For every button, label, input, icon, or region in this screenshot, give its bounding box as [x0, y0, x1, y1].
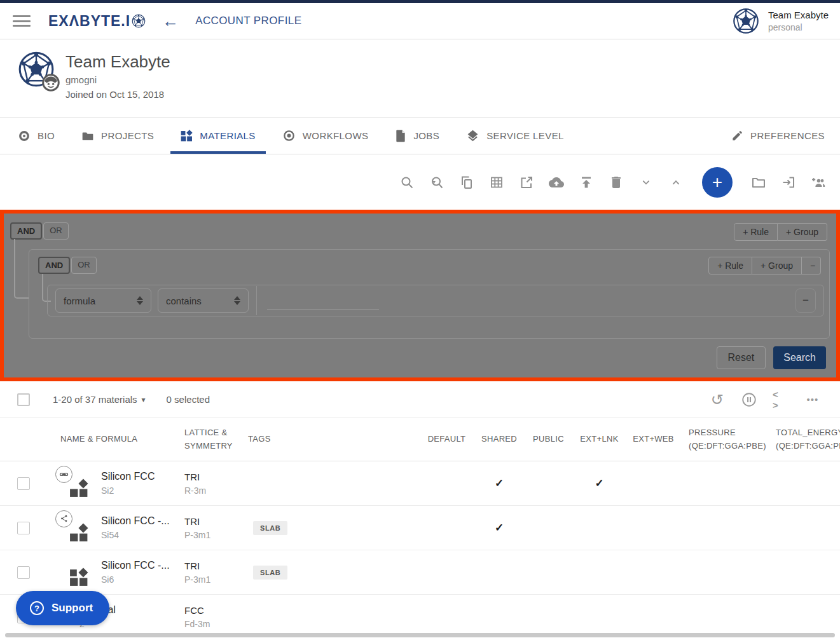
outer-or-button[interactable]: OR	[43, 222, 69, 240]
outer-add-rule-button[interactable]: + Rule	[734, 223, 778, 241]
column-name-formula[interactable]: NAME & FORMULA	[54, 433, 184, 445]
column-lattice-symmetry[interactable]: LATTICE & SYMMETRY	[184, 426, 248, 452]
bio-icon	[18, 130, 31, 142]
pagination-range[interactable]: 1-20 of 37 materials	[53, 394, 137, 405]
page-title: ACCOUNT PROFILE	[195, 15, 301, 27]
materials-icon	[181, 130, 193, 142]
tab-service-level[interactable]: SERVICE LEVEL	[456, 118, 574, 154]
workflows-icon	[282, 129, 296, 142]
outer-and-button[interactable]: AND	[10, 222, 42, 240]
account-profile-page: EXΛBYTE.I ← ACCOUNT PROFILE Team Exabyte…	[0, 0, 840, 638]
back-arrow-icon[interactable]: ←	[162, 13, 179, 29]
row-checkbox[interactable]	[17, 566, 30, 579]
inner-add-rule-button[interactable]: + Rule	[708, 257, 752, 275]
column-ext-lnk[interactable]: EXT+LNK	[572, 433, 626, 445]
profile-name: Team Exabyte	[65, 52, 170, 72]
more-options-icon[interactable]: •••	[804, 391, 821, 408]
shared-check-icon: ✓	[474, 521, 525, 534]
lattice-type: FCC	[184, 605, 248, 616]
user-avatar	[733, 8, 759, 34]
column-public[interactable]: PUBLIC	[525, 433, 572, 445]
refresh-icon[interactable]: ↺	[709, 391, 726, 408]
saved-search-icon[interactable]	[429, 175, 444, 190]
help-icon: ?	[30, 601, 44, 615]
row-checkbox[interactable]	[17, 522, 30, 534]
select-arrows-icon	[234, 296, 240, 305]
outer-add-group-button[interactable]: + Group	[778, 223, 827, 241]
reset-button[interactable]: Reset	[717, 346, 766, 369]
table-row[interactable]: Material 2 FCC Fd-3m	[0, 595, 840, 638]
profile-joined-date: Joined on Oct 15, 2018	[65, 89, 164, 100]
tab-bio[interactable]: BIO	[8, 118, 65, 154]
select-all-checkbox[interactable]	[17, 393, 30, 406]
share-badge-icon	[55, 510, 72, 527]
user-menu[interactable]: Team Exabyte personal	[733, 8, 829, 34]
tab-workflows[interactable]: WORKFLOWS	[272, 118, 379, 154]
search-button[interactable]: Search	[773, 346, 826, 369]
share-with-team-icon[interactable]	[811, 175, 826, 190]
support-button[interactable]: ? Support	[16, 591, 109, 625]
inner-and-button[interactable]: AND	[38, 257, 70, 274]
rule-value-input[interactable]	[267, 291, 379, 310]
open-in-new-icon[interactable]	[519, 175, 534, 190]
remove-group-button[interactable]: −	[802, 257, 821, 275]
import-icon[interactable]	[781, 175, 796, 190]
search-icon[interactable]	[399, 175, 415, 190]
tab-jobs[interactable]: JOBS	[385, 118, 450, 154]
shared-check-icon: ✓	[474, 477, 525, 490]
material-icon	[60, 514, 88, 542]
row-checkbox[interactable]	[17, 477, 30, 490]
table-row[interactable]: Silicon FCC Si2 TRI R-3m ✓ ✓	[0, 461, 840, 506]
column-default[interactable]: DEFAULT	[420, 433, 474, 445]
code-view-icon[interactable]: < >	[773, 391, 789, 408]
inner-add-group-button[interactable]: + Group	[752, 257, 802, 275]
add-material-button[interactable]: +	[702, 167, 733, 198]
menu-icon[interactable]	[13, 15, 31, 27]
inner-or-button[interactable]: OR	[71, 257, 97, 274]
column-ext-web[interactable]: EXT+WEB	[626, 433, 680, 445]
chevron-up-icon[interactable]	[668, 175, 684, 190]
tab-materials[interactable]: MATERIALS	[170, 118, 266, 154]
column-total-energy[interactable]: TOTAL_ENERGY (QE:DFT:GGA:PE	[769, 426, 840, 452]
tab-projects[interactable]: PROJECTS	[71, 118, 164, 154]
pagination-caret-icon[interactable]: ▾	[142, 395, 146, 404]
select-arrows-icon	[137, 296, 143, 305]
tag-badge: SLAB	[253, 521, 287, 535]
cloud-upload-icon[interactable]	[549, 175, 564, 190]
link-badge-icon	[55, 466, 72, 483]
window-top-strip	[0, 0, 840, 3]
folder-move-icon[interactable]	[751, 175, 766, 190]
lattice-type: TRI	[184, 516, 248, 527]
material-formula: Si6	[101, 574, 170, 585]
profile-face-badge-icon	[42, 74, 60, 92]
tab-preferences[interactable]: PREFERENCES	[721, 118, 835, 154]
outer-group-actions: + Rule + Group	[734, 223, 827, 241]
horizontal-scrollbar[interactable]	[5, 633, 835, 637]
column-pressure[interactable]: PRESSURE (QE:DFT:GGA:PBE)	[680, 426, 769, 452]
table-view-icon[interactable]	[489, 175, 504, 190]
delete-icon[interactable]	[609, 175, 624, 190]
column-shared[interactable]: SHARED	[474, 433, 525, 445]
chevron-down-icon[interactable]	[638, 175, 654, 190]
pause-icon[interactable]	[741, 391, 757, 408]
material-icon	[60, 470, 88, 498]
rule-operator-select[interactable]: contains	[158, 288, 249, 313]
selected-count: 0 selected	[167, 394, 210, 405]
service-level-icon	[466, 129, 479, 142]
material-name: Silicon FCC	[101, 471, 155, 482]
list-controls-actions: ↺ < > •••	[709, 391, 840, 408]
exabyte-logo[interactable]: EXΛBYTE.I	[48, 13, 146, 30]
remove-rule-button[interactable]: −	[795, 288, 816, 313]
table-row[interactable]: Silicon FCC -... Si6 TRI P-3m1 SLAB	[0, 550, 840, 595]
jobs-icon	[395, 130, 406, 142]
profile-header: Team Exabyte gmogni Joined on Oct 15, 20…	[0, 39, 840, 118]
copy-icon[interactable]	[459, 175, 474, 190]
materials-table-header: NAME & FORMULA LATTICE & SYMMETRY TAGS D…	[0, 418, 840, 461]
query-builder-highlight-region: AND OR + Rule + Group AND OR + Rule + Gr…	[0, 210, 840, 381]
rule-field-select[interactable]: formula	[55, 288, 151, 313]
table-row[interactable]: Silicon FCC -... Si54 TRI P-3m1 SLAB ✓	[0, 506, 840, 550]
material-name: Silicon FCC -...	[101, 515, 170, 527]
symmetry-group: Fd-3m	[184, 619, 248, 629]
upload-icon[interactable]	[579, 175, 594, 190]
column-tags[interactable]: TAGS	[248, 433, 420, 445]
